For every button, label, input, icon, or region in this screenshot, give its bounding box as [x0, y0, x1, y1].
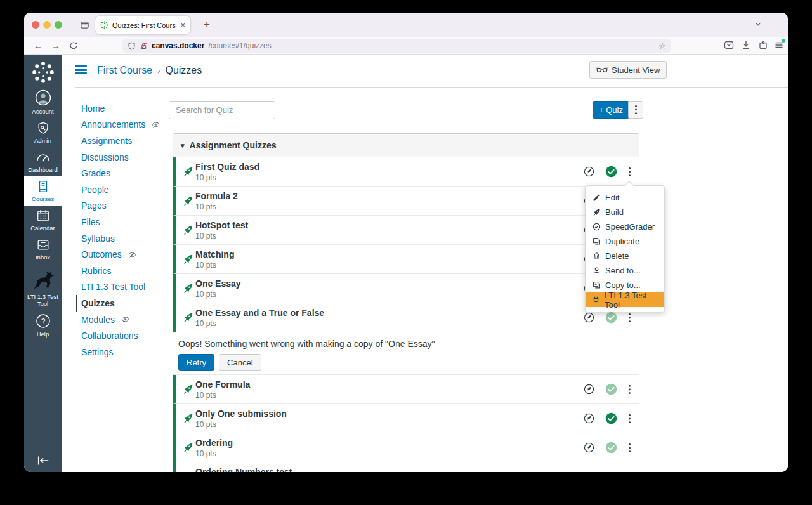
zoom-window-button[interactable]	[55, 21, 62, 29]
quiz-row[interactable]: One Essay and a True or False 10 pts	[173, 303, 639, 332]
quiz-kebab-menu-button[interactable]	[628, 384, 631, 395]
course-nav-assignments[interactable]: Assignments	[81, 133, 176, 149]
quiz-title[interactable]: One Essay and a True or False	[195, 308, 324, 318]
course-nav-grades[interactable]: Grades	[81, 165, 176, 181]
search-input[interactable]	[169, 101, 275, 119]
quiz-engine-icon[interactable]	[584, 384, 594, 395]
quiz-row-partial[interactable]: Ordering Numbers test 10 pts	[173, 462, 639, 472]
quiz-row[interactable]: Ordering 10 pts	[173, 433, 639, 462]
menu-item-edit[interactable]: Edit	[586, 190, 664, 205]
menu-item-send-to[interactable]: Send to...	[586, 263, 664, 278]
quiz-engine-icon[interactable]	[584, 442, 594, 453]
minimize-window-button[interactable]	[43, 21, 51, 29]
quiz-title[interactable]: First Quiz dasd	[195, 162, 259, 172]
quiz-title[interactable]: HotSpot test	[195, 220, 248, 230]
url-bar[interactable]: canvas.docker/courses/1/quizzes ☆	[122, 39, 671, 53]
firefox-view-button[interactable]	[77, 18, 91, 32]
quiz-kebab-menu-button[interactable]	[628, 313, 631, 323]
published-check-icon[interactable]	[605, 412, 617, 424]
course-nav-files[interactable]: Files	[81, 214, 176, 230]
quiz-title[interactable]: One Formula	[195, 379, 250, 390]
quiz-title[interactable]: Ordering Numbers test	[195, 467, 292, 472]
quiz-kebab-menu-button[interactable]	[628, 443, 631, 453]
quizzes-options-button[interactable]	[628, 101, 643, 119]
course-nav-quizzes[interactable]: Quizzes	[76, 295, 176, 312]
error-message: Oops! Something went wrong with making a…	[178, 339, 634, 349]
collapse-global-nav-button[interactable]	[24, 456, 62, 466]
extensions-button[interactable]	[758, 40, 768, 50]
published-check-icon[interactable]	[605, 312, 617, 324]
menu-item-speedgrader[interactable]: SpeedGrader	[586, 220, 664, 234]
sidebar-item-help[interactable]: ? Help	[24, 310, 62, 341]
quiz-kebab-menu-button[interactable]	[628, 414, 631, 424]
tab-close-button[interactable]: ×	[180, 20, 185, 30]
quiz-row[interactable]: One Formula 10 pts	[173, 375, 639, 404]
sidebar-item-calendar[interactable]: Calendar	[24, 206, 62, 235]
course-nav-lti-test-tool[interactable]: LTI 1.3 Test Tool	[81, 279, 176, 296]
tracking-shield-icon[interactable]	[128, 42, 136, 50]
menu-item-build[interactable]: Build	[586, 205, 664, 220]
downloads-button[interactable]	[741, 40, 751, 50]
insecure-lock-icon[interactable]	[140, 42, 148, 50]
pocket-button[interactable]	[724, 40, 734, 50]
new-quiz-rocket-icon	[183, 384, 193, 395]
tab-overflow-button[interactable]	[754, 20, 763, 29]
course-nav-toggle-button[interactable]	[75, 65, 87, 74]
forward-button[interactable]: →	[48, 39, 63, 53]
menu-item-duplicate[interactable]: Duplicate	[586, 234, 664, 249]
firefox-view-icon	[80, 20, 89, 30]
retry-button[interactable]: Retry	[178, 354, 214, 371]
quiz-row[interactable]: First Quiz dasd 10 pts	[173, 157, 639, 187]
sidebar-item-courses[interactable]: Courses	[24, 176, 62, 206]
quiz-title[interactable]: One Essay	[195, 279, 241, 289]
course-nav-discussions[interactable]: Discussions	[81, 149, 176, 166]
app-menu-button[interactable]	[774, 40, 784, 50]
course-nav-syllabus[interactable]: Syllabus	[81, 230, 176, 247]
reload-button[interactable]	[66, 39, 81, 53]
sidebar-item-account[interactable]: Account	[24, 86, 62, 118]
sidebar-item-admin[interactable]: Admin	[24, 118, 62, 147]
course-nav-home[interactable]: Home	[81, 100, 176, 117]
quiz-row[interactable]: Only One submission 10 pts	[173, 404, 639, 433]
browser-tab[interactable]: Quizzes: First Course ×	[95, 16, 190, 34]
quiz-engine-icon[interactable]	[584, 312, 594, 323]
quiz-row[interactable]: Formula 2 10 pts	[173, 187, 639, 216]
bookmark-star-icon[interactable]: ☆	[658, 41, 666, 51]
new-quiz-rocket-icon	[183, 195, 193, 206]
quiz-group-header[interactable]: ▾ Assignment Quizzes	[173, 134, 639, 157]
course-nav-rubrics[interactable]: Rubrics	[81, 263, 176, 279]
menu-item-lti-test-tool[interactable]: LTI 1.3 Test Tool	[586, 292, 664, 307]
quiz-engine-icon[interactable]	[584, 166, 594, 177]
cancel-button[interactable]: Cancel	[219, 354, 261, 371]
course-nav-people[interactable]: People	[81, 181, 176, 198]
student-view-button[interactable]: Student View	[589, 61, 667, 79]
quiz-title[interactable]: Only One submission	[195, 409, 287, 419]
canvas-logo-icon[interactable]	[32, 61, 55, 84]
quiz-engine-icon[interactable]	[584, 413, 594, 424]
published-check-icon[interactable]	[605, 383, 617, 395]
sidebar-item-lti-test-tool[interactable]: LTI 1.3 Test Tool	[24, 264, 62, 310]
course-nav-settings[interactable]: Settings	[81, 344, 176, 360]
course-nav-announcements[interactable]: Announcements	[81, 117, 176, 133]
published-check-icon[interactable]	[605, 442, 617, 454]
back-button[interactable]: ←	[30, 39, 46, 53]
add-quiz-button[interactable]: + Quiz	[593, 101, 629, 119]
quiz-kebab-menu-button[interactable]	[628, 167, 631, 177]
quiz-title[interactable]: Formula 2	[195, 191, 238, 201]
quiz-title[interactable]: Ordering	[195, 438, 233, 448]
quiz-row[interactable]: One Essay 10 pts	[173, 274, 639, 303]
breadcrumb-course-link[interactable]: First Course	[97, 65, 152, 76]
sidebar-item-dashboard[interactable]: Dashboard	[24, 147, 62, 176]
published-check-icon[interactable]	[605, 166, 617, 178]
course-nav-pages[interactable]: Pages	[81, 198, 176, 214]
close-window-button[interactable]	[32, 21, 39, 29]
quiz-row[interactable]: HotSpot test 10 pts	[173, 216, 639, 245]
new-tab-button[interactable]: +	[199, 17, 214, 32]
course-nav-outcomes[interactable]: Outcomes	[81, 246, 176, 263]
quiz-title[interactable]: Matching	[195, 249, 234, 259]
course-nav-collaborations[interactable]: Collaborations	[81, 327, 176, 344]
menu-item-delete[interactable]: Delete	[586, 249, 664, 263]
course-nav-modules[interactable]: Modules	[81, 312, 176, 328]
quiz-row[interactable]: Matching 10 pts	[173, 245, 639, 274]
sidebar-item-inbox[interactable]: Inbox	[24, 235, 62, 264]
